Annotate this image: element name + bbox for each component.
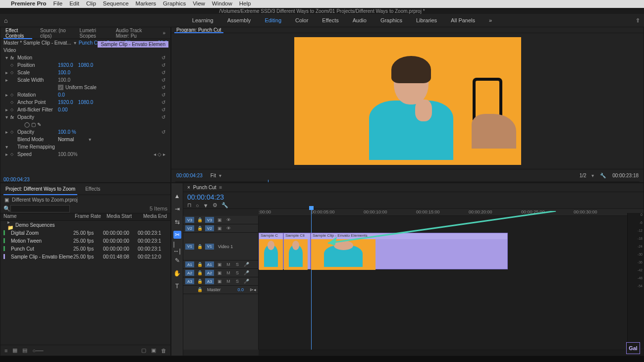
reset-icon[interactable]: ↺ xyxy=(161,55,165,60)
tab-effects-panel[interactable]: Effects xyxy=(80,183,105,195)
workspace-allpanels[interactable]: All Panels xyxy=(444,14,482,27)
project-row[interactable]: Digital Zoom25.00 fps00:00:00:0000:00:23… xyxy=(0,229,170,237)
workspace-editing[interactable]: Editing xyxy=(258,14,288,27)
type-tool-icon[interactable]: T xyxy=(173,282,181,290)
workspace-color[interactable]: Color xyxy=(288,14,315,27)
menu-file[interactable]: File xyxy=(54,0,63,6)
sequence-name[interactable]: Punch Cut xyxy=(193,185,216,190)
snap-icon[interactable]: ⊓ xyxy=(187,202,192,208)
workspace-graphics[interactable]: Graphics xyxy=(374,14,409,27)
master-clip-label[interactable]: Master * Sample Clip - Envat... xyxy=(3,40,71,46)
program-fit[interactable]: Fit xyxy=(211,173,216,178)
motion-header[interactable]: Motion xyxy=(17,55,58,60)
uniform-scale-checkbox[interactable]: ✓ xyxy=(58,85,63,90)
track-v2-src[interactable]: V2 xyxy=(185,225,194,231)
search-input[interactable] xyxy=(10,205,70,212)
tab-source[interactable]: Source: (no clips) xyxy=(35,27,75,39)
menu-graphics[interactable]: Graphics xyxy=(163,0,186,6)
anchor-y[interactable]: 1080.0 xyxy=(78,100,94,105)
menu-window[interactable]: Window xyxy=(212,0,232,6)
selection-tool-icon[interactable]: ▲ xyxy=(173,192,181,200)
clip-2[interactable]: Sample Cli xyxy=(283,233,311,269)
list-view-icon[interactable]: ≡ xyxy=(4,348,7,354)
tab-project[interactable]: Project: Different Ways to Zoom xyxy=(0,183,80,195)
program-video[interactable] xyxy=(294,37,521,165)
label-swatch[interactable] xyxy=(3,230,5,235)
reset-icon[interactable]: ↺ xyxy=(161,77,165,83)
linked-icon[interactable]: ○ xyxy=(196,203,199,208)
reset-icon[interactable]: ↺ xyxy=(161,100,165,105)
workspace-learning[interactable]: Learning xyxy=(185,14,220,27)
hand-tool-icon[interactable]: ✋ xyxy=(173,269,181,277)
tab-program[interactable]: Program: Punch Cut xyxy=(171,27,226,33)
workspace-overflow[interactable]: » xyxy=(482,14,499,27)
export-icon[interactable]: ⇪ xyxy=(636,17,640,24)
icon-view-icon[interactable]: ▦ xyxy=(12,347,17,354)
opacity-value[interactable]: 100.0 % xyxy=(58,129,76,135)
project-row[interactable]: Motion Tween25.00 fps00:00:00:0000:00:23… xyxy=(0,237,170,245)
track-v3[interactable]: V3 xyxy=(205,217,214,223)
scale-value[interactable]: 100.0 xyxy=(58,70,70,75)
marker-add-icon[interactable]: ▼ xyxy=(203,203,209,208)
workspace-libraries[interactable]: Libraries xyxy=(409,14,444,27)
timeline-timecode[interactable]: 00:00:04:23 xyxy=(183,192,644,202)
reset-icon[interactable]: ↺ xyxy=(161,107,165,112)
pen-tool-icon[interactable]: ✎ xyxy=(173,257,181,264)
track-a2[interactable]: A2 xyxy=(205,270,214,276)
track-a1[interactable]: A1 xyxy=(205,261,214,267)
effect-tc-bottom[interactable]: 00:00:04:23 xyxy=(3,177,30,182)
reset-icon[interactable]: ↺ xyxy=(161,62,165,68)
opacity-header[interactable]: Opacity xyxy=(17,114,58,120)
position-y[interactable]: 1080.0 xyxy=(78,62,94,68)
track-select-tool-icon[interactable]: ⇥ xyxy=(173,205,181,213)
label-swatch[interactable] xyxy=(3,238,5,243)
track-master[interactable]: Master xyxy=(207,287,221,292)
panel-overflow[interactable]: » xyxy=(158,27,170,39)
workspace-effects[interactable]: Effects xyxy=(315,14,345,27)
project-row[interactable]: ▸ 📁Demo Sequences xyxy=(0,221,170,229)
ripple-tool-icon[interactable]: ⇆ xyxy=(173,218,181,226)
tab-audiomixer[interactable]: Audio Track Mixer: Pu xyxy=(111,27,158,39)
home-icon[interactable]: ⌂ xyxy=(4,17,8,24)
col-mediaend[interactable]: Media End xyxy=(143,213,171,220)
track-a2-src[interactable]: A2 xyxy=(185,270,194,276)
wrench-icon[interactable]: 🔧 xyxy=(221,202,228,208)
speed-value[interactable]: 100.00% xyxy=(58,152,77,157)
menu-clip[interactable]: Clip xyxy=(86,0,96,6)
track-v1[interactable]: V1 xyxy=(205,244,214,250)
menu-sequence[interactable]: Sequence xyxy=(103,0,129,6)
track-v2[interactable]: V2 xyxy=(205,225,214,231)
tab-effect-controls[interactable]: Effect Controls xyxy=(0,27,35,39)
blend-value[interactable]: Normal xyxy=(58,137,74,142)
menu-markers[interactable]: Markers xyxy=(136,0,157,6)
workspace-assembly[interactable]: Assembly xyxy=(220,14,258,27)
razor-tool-icon[interactable]: ✂ xyxy=(173,231,181,239)
timeline-ruler[interactable]: :00:00 00:00:05:00 00:00:10:00 00:00:15:… xyxy=(259,209,644,216)
project-row[interactable]: Sample Clip - Envato Eleme25.00 fps00:01… xyxy=(0,253,170,260)
bin-icon[interactable]: ▣ xyxy=(4,197,9,203)
menu-edit[interactable]: Edit xyxy=(69,0,79,6)
clip-3[interactable]: Sample Clip - Envato Elements xyxy=(311,233,508,269)
track-v3-src[interactable]: V3 xyxy=(185,217,194,223)
time-remap-header[interactable]: Time Remapping xyxy=(17,144,58,150)
program-resolution[interactable]: 1/2 xyxy=(580,173,587,178)
project-row[interactable]: Punch Cut25.00 fps00:00:00:0000:00:23:1 xyxy=(0,245,170,253)
reset-icon[interactable]: ↺ xyxy=(161,92,165,98)
track-a3-src[interactable]: A3 xyxy=(185,278,194,284)
new-item-icon[interactable]: ▣ xyxy=(151,347,156,354)
program-timecode[interactable]: 00:00:04:23 xyxy=(176,173,203,178)
reset-icon[interactable]: ↺ xyxy=(161,129,165,135)
timeline-clips-area[interactable]: Sample C Sample Cli Sample Clip - Envato… xyxy=(259,216,644,350)
app-name[interactable]: Premiere Pro xyxy=(11,0,47,6)
rotation-value[interactable]: 0.0 xyxy=(58,92,65,98)
new-bin-icon[interactable]: ▢ xyxy=(141,347,146,354)
antiflicker-value[interactable]: 0.00 xyxy=(58,107,67,112)
track-v1-src[interactable]: V1 xyxy=(185,244,194,250)
track-a3[interactable]: A3 xyxy=(205,278,214,284)
reset-icon[interactable]: ↺ xyxy=(161,114,165,120)
slip-tool-icon[interactable]: |↔| xyxy=(173,244,181,252)
menu-view[interactable]: View xyxy=(193,0,205,6)
reset-icon[interactable]: ↺ xyxy=(161,70,165,75)
menu-help[interactable]: Help xyxy=(239,0,251,6)
workspace-audio[interactable]: Audio xyxy=(346,14,374,27)
